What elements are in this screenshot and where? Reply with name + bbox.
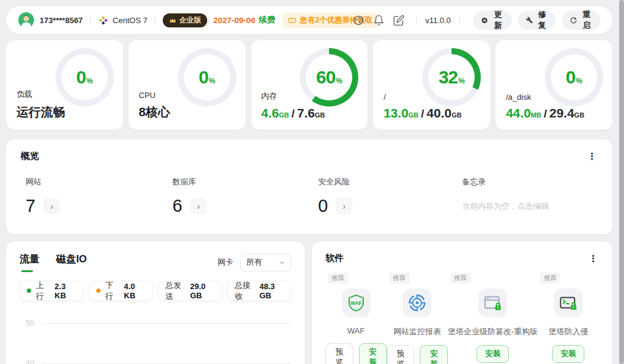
downstream-value: 4.0 KB <box>124 282 145 300</box>
security-risk-label: 安全风险 <box>318 177 462 187</box>
gridline <box>41 323 291 324</box>
stat-card-cpu[interactable]: 0 % CPU 8核心 <box>129 40 246 130</box>
tab-disk-io[interactable]: 磁盘IO <box>56 253 87 272</box>
software-name: 堡塔防入侵 <box>548 326 588 337</box>
recommend-badge: 推荐 <box>450 273 470 284</box>
divider <box>459 16 460 24</box>
overview-title: 概览 <box>21 150 39 162</box>
chevron-down-icon <box>278 259 285 266</box>
ytick-50: 50 <box>20 319 34 327</box>
overview-more-icon[interactable]: ⋮ <box>587 151 598 162</box>
load-percent: 0 <box>76 67 86 88</box>
stat-card-memory[interactable]: 60 % 内存 4.6GB/7.6GB <box>251 40 368 130</box>
stat-cards-row: 0 % 负载 运行流畅 0 % CPU 8核心 <box>6 40 612 130</box>
repair-button[interactable]: 修复 <box>518 11 556 30</box>
chip-total-received: 总接收 48.3 GB <box>227 281 291 301</box>
tab-traffic[interactable]: 流量 <box>20 253 40 272</box>
a-disk-percent: 0 <box>566 67 575 88</box>
nic-select-dropdown[interactable]: 所有 <box>240 254 291 271</box>
cpu-percent: 0 <box>199 67 208 88</box>
websites-link-button[interactable]: › <box>43 198 60 214</box>
install-button[interactable]: 安装 <box>359 343 387 364</box>
page-scrollbar[interactable] <box>619 0 624 364</box>
os-name: CentOS 7 <box>113 16 147 25</box>
software-more-icon[interactable]: ⋮ <box>588 253 599 264</box>
update-icon <box>481 15 488 26</box>
install-button[interactable]: 安装 <box>420 345 448 364</box>
restart-label: 重启 <box>581 9 592 31</box>
software-item-waf: 推荐 WAF WAF 预览 安装 <box>325 273 387 364</box>
nic-selected-value: 所有 <box>246 257 262 268</box>
software-item-monitor-report: 推荐 网站监控报表 预览 <box>387 273 448 364</box>
preview-button[interactable]: 预览 <box>387 345 415 364</box>
update-button[interactable]: 更新 <box>473 11 511 30</box>
feedback-note-icon[interactable] <box>393 15 405 26</box>
restart-button[interactable]: 重启 <box>562 11 600 30</box>
recommend-badge: 推荐 <box>389 273 410 284</box>
stat-card-a-disk[interactable]: 0 % /a_disk 44.0MB/29.4GB <box>495 40 612 130</box>
chevron-right-icon: › <box>342 201 346 211</box>
monitor-radar-icon <box>407 293 427 313</box>
tamper-proof-icon-box[interactable] <box>478 289 507 317</box>
divider <box>416 16 417 24</box>
memory-usage: 4.6GB/7.6GB <box>261 106 325 121</box>
chip-upstream: 上行 2.3 KB <box>20 281 83 301</box>
software-item-tamper-proof: 推荐 堡塔企业级防篡改-重构版 <box>448 273 537 364</box>
user-avatar[interactable] <box>18 12 34 28</box>
install-button[interactable]: 安装 <box>552 345 584 363</box>
nic-label: 网卡 <box>218 257 233 268</box>
traffic-chart: 50 40 <box>20 319 291 364</box>
software-name: 网站监控报表 <box>394 326 441 337</box>
software-title: 软件 <box>325 253 344 264</box>
upstream-value: 2.3 KB <box>55 282 76 300</box>
stat-card-root-disk[interactable]: 32 % / 13.0GB/40.0GB <box>373 40 490 130</box>
software-item-intrusion-prevention: 推荐 堡塔防入侵 安装 <box>537 273 599 364</box>
overview-item-websites: 网站 7 › <box>26 177 172 216</box>
cpu-gauge-ring: 0 % <box>178 48 236 107</box>
avatar-person-icon <box>18 12 34 28</box>
memory-label: 内存 <box>261 91 325 102</box>
divider <box>155 16 155 24</box>
traffic-card: 流量 磁盘IO 网卡 所有 上行 2.3 KB <box>6 242 305 364</box>
crown-icon <box>169 16 177 24</box>
waf-icon-box[interactable]: WAF <box>342 289 370 317</box>
coupon-icon <box>288 16 297 25</box>
total-sent-value: 29.0 GB <box>190 282 214 300</box>
chip-total-sent: 总发送 29.0 GB <box>158 281 222 301</box>
user-id[interactable]: 173****8567 <box>40 16 83 25</box>
panel-version: v11.0.0 <box>425 16 451 25</box>
preview-button[interactable]: 预览 <box>325 343 353 364</box>
security-risk-link-button[interactable]: › <box>336 198 352 214</box>
upstream-dot <box>27 289 31 293</box>
memo-label: 备忘录 <box>462 177 598 187</box>
divider <box>90 16 91 24</box>
dashboard-page: 173****8567 CentOS 7 企业版 2027-09-06 续费 <box>6 6 612 364</box>
overview-item-memo: 备忘录 当前内容为空，点击编辑 <box>462 177 598 216</box>
intrusion-terminal-lock-icon <box>558 293 578 313</box>
theme-palette-icon[interactable] <box>353 15 364 26</box>
renew-link[interactable]: 续费 <box>259 15 275 26</box>
security-risk-count: 0 <box>318 196 328 216</box>
memo-edit-placeholder[interactable]: 当前内容为空，点击编辑 <box>462 201 598 212</box>
databases-count: 6 <box>172 196 182 216</box>
gridline <box>41 363 291 364</box>
tamper-proof-window-lock-icon <box>483 293 503 313</box>
load-status: 运行流畅 <box>16 104 65 121</box>
svg-text:WAF: WAF <box>350 301 361 306</box>
overview-item-databases: 数据库 6 › <box>172 177 318 216</box>
monitor-icon-box[interactable] <box>403 289 431 317</box>
enterprise-edition-badge[interactable]: 企业版 <box>163 13 207 27</box>
install-button[interactable]: 安装 <box>477 345 509 363</box>
software-name: 堡塔企业级防篡改-重构版 <box>448 326 537 337</box>
memory-percent: 60 <box>316 67 335 88</box>
cpu-cores: 8核心 <box>139 104 170 121</box>
software-card: 软件 ⋮ 推荐 WAF WAF 预览 安装 <box>312 242 612 364</box>
repair-label: 修复 <box>536 9 548 31</box>
waf-shield-icon: WAF <box>346 293 366 313</box>
databases-link-button[interactable]: › <box>190 198 207 214</box>
stat-card-load[interactable]: 0 % 负载 运行流畅 <box>6 40 123 130</box>
chevron-right-icon: › <box>50 201 53 211</box>
databases-label: 数据库 <box>172 177 318 187</box>
notification-bell-icon[interactable] <box>373 15 385 26</box>
intrusion-icon-box[interactable] <box>554 289 583 317</box>
